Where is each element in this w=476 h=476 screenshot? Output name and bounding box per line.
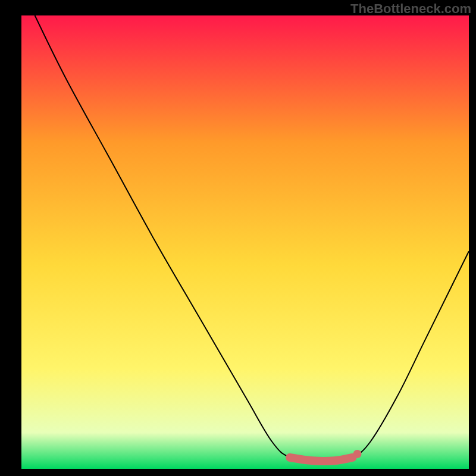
watermark-text: TheBottleneck.com xyxy=(350,1,471,17)
chart-frame: TheBottleneck.com xyxy=(0,0,476,476)
highlight-end-dot xyxy=(353,450,361,458)
plot-background xyxy=(21,15,469,469)
optimal-range-highlight xyxy=(290,458,352,461)
chart-canvas xyxy=(0,0,476,476)
